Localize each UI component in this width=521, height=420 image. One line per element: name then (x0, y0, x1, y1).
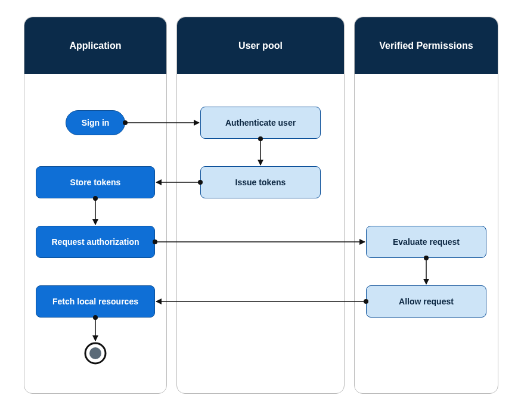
node-store-tokens: Store tokens (36, 166, 155, 198)
lane-header-application: Application (24, 17, 166, 74)
node-issue-tokens: Issue tokens (200, 166, 321, 198)
node-label: Store tokens (70, 178, 121, 187)
lane-userpool: User pool (176, 17, 345, 394)
node-evaluate-request: Evaluate request (366, 226, 486, 258)
lane-title: Application (69, 41, 121, 51)
node-label: Request authorization (51, 237, 139, 247)
lane-header-userpool: User pool (177, 17, 344, 74)
node-allow-request: Allow request (366, 285, 486, 318)
node-label: Issue tokens (235, 178, 286, 187)
node-label: Fetch local resources (52, 297, 138, 306)
node-label: Allow request (399, 297, 454, 306)
node-fetch-resources: Fetch local resources (36, 285, 155, 318)
lane-header-verified: Verified Permissions (355, 17, 498, 74)
node-authenticate-user: Authenticate user (200, 107, 321, 139)
node-label: Sign in (82, 118, 110, 127)
lane-title: User pool (238, 41, 283, 51)
node-label: Evaluate request (393, 237, 460, 247)
lane-verified: Verified Permissions (354, 17, 498, 394)
node-label: Authenticate user (225, 118, 296, 127)
node-request-authorization: Request authorization (36, 226, 155, 258)
lane-title: Verified Permissions (379, 41, 473, 51)
lane-application: Application (24, 17, 167, 394)
node-sign-in: Sign in (66, 110, 125, 135)
